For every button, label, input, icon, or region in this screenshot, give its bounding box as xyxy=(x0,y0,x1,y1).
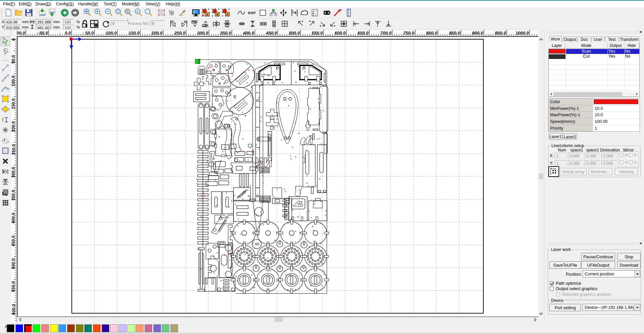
svg-text:350.0: 350.0 xyxy=(220,30,231,36)
svg-text:50.0: 50.0 xyxy=(85,30,94,36)
svg-text:100.0: 100.0 xyxy=(106,30,117,36)
svg-text:600.0: 600.0 xyxy=(11,304,16,315)
svg-text:700.0: 700.0 xyxy=(381,30,392,36)
svg-text:150.0: 150.0 xyxy=(11,98,16,110)
svg-text:250.0: 250.0 xyxy=(174,30,185,36)
svg-text:750.0: 750.0 xyxy=(404,30,415,36)
svg-text:150.0: 150.0 xyxy=(129,30,140,36)
svg-text:BMP: BMP xyxy=(248,11,256,15)
svg-text:500.0: 500.0 xyxy=(289,30,300,36)
svg-text:600.0: 600.0 xyxy=(335,30,346,36)
svg-text:250.0: 250.0 xyxy=(11,144,16,155)
svg-text:200.0: 200.0 xyxy=(152,30,163,36)
svg-text:500.0: 500.0 xyxy=(11,258,16,269)
svg-text:-50.0: -50.0 xyxy=(38,30,48,36)
svg-text:950.0: 950.0 xyxy=(495,30,506,36)
svg-text:1000.0: 1000.0 xyxy=(516,30,529,36)
svg-text:300.0: 300.0 xyxy=(198,30,209,36)
svg-text:400.0: 400.0 xyxy=(11,213,16,224)
svg-text:300.0: 300.0 xyxy=(11,167,16,178)
svg-text:f: f xyxy=(2,117,4,123)
svg-text:A: A xyxy=(202,13,204,17)
svg-text:50.0: 50.0 xyxy=(11,55,16,63)
svg-text:350.0: 350.0 xyxy=(11,190,16,201)
svg-text:0.0: 0.0 xyxy=(65,30,71,36)
svg-text:800.0: 800.0 xyxy=(426,30,437,36)
svg-text:0: 0 xyxy=(11,38,16,41)
svg-text:900.0: 900.0 xyxy=(472,30,483,36)
svg-text:100.0: 100.0 xyxy=(11,75,16,86)
svg-text:850.0: 850.0 xyxy=(449,30,461,36)
svg-text:550.0: 550.0 xyxy=(11,281,16,292)
svg-text:450.0: 450.0 xyxy=(266,30,277,36)
svg-text:550.0: 550.0 xyxy=(312,30,323,36)
svg-text:450.0: 450.0 xyxy=(11,236,16,247)
svg-text:-100.0: -100.0 xyxy=(17,30,25,36)
svg-text:650.0: 650.0 xyxy=(358,30,369,36)
svg-text:k: k xyxy=(292,10,293,12)
svg-text:A: A xyxy=(137,10,139,13)
svg-text:400.0: 400.0 xyxy=(243,30,254,36)
svg-text:200.0: 200.0 xyxy=(11,121,16,132)
